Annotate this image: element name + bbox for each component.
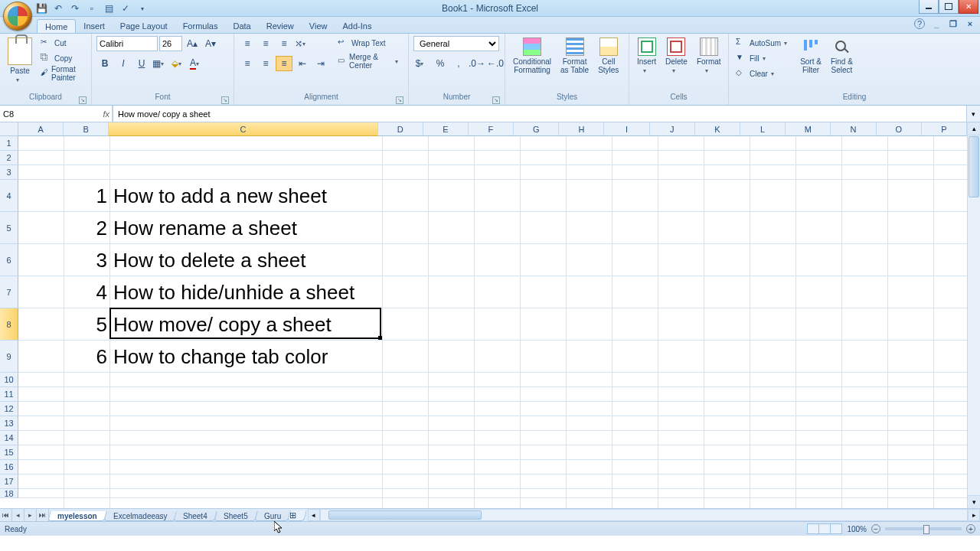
row-header-3[interactable]: 3 [0,165,18,180]
col-header-G[interactable]: G [514,122,559,136]
row-header-2[interactable]: 2 [0,151,18,165]
redo-icon[interactable]: ↷ [69,2,81,15]
insert-cells-button[interactable]: Insert▾ [634,36,659,76]
hscroll-right-icon[interactable]: ▸ [968,509,980,521]
col-header-O[interactable]: O [877,122,922,136]
sheet-nav-first-icon[interactable]: ⏮ [0,509,12,521]
expand-formula-bar-icon[interactable]: ▾ [966,106,980,122]
currency-icon[interactable]: $▾ [413,56,430,71]
sheet-tab-excelmadeeasy[interactable]: Excelmadeeasy [103,511,177,521]
fill-button[interactable]: ▼Fill▾ [733,51,794,65]
col-header-C[interactable]: C [109,122,377,136]
sheet-nav-next-icon[interactable]: ▸ [24,509,37,521]
row-header-7[interactable]: 7 [0,276,18,308]
sheet-tab-guru[interactable]: Guru [254,511,291,521]
vertical-scrollbar[interactable]: ▴ ▾ [967,122,980,508]
col-header-N[interactable]: N [831,122,876,136]
row-header-6[interactable]: 6 [0,244,18,276]
decrease-indent-icon[interactable]: ⇤ [294,56,311,71]
workbook-minimize-icon[interactable]: _ [931,18,942,29]
col-header-E[interactable]: E [423,122,469,136]
row-header-12[interactable]: 12 [0,402,18,416]
hscroll-thumb[interactable] [328,510,482,520]
align-center-icon[interactable]: ≡ [257,56,274,71]
cell-C5[interactable]: How rename a sheet [110,212,646,244]
worksheet-grid[interactable]: 123456789101112131415161718 ABCDEFGHIJKL… [0,122,980,508]
sheet-nav-prev-icon[interactable]: ◂ [12,509,24,521]
orientation-icon[interactable]: ⤭▾ [294,36,311,51]
open-icon[interactable]: ▤ [103,2,115,15]
row-header-10[interactable]: 10 [0,373,18,387]
new-icon[interactable]: ▫ [86,2,98,15]
row-header-16[interactable]: 16 [0,460,18,474]
col-header-I[interactable]: I [604,122,649,136]
bold-button[interactable]: B [96,56,113,71]
font-color-button[interactable]: A▾ [188,56,205,71]
hscroll-left-icon[interactable]: ◂ [308,509,320,521]
sheet-tab-sheet4[interactable]: Sheet4 [174,511,217,521]
format-as-table-button[interactable]: Format as Table [557,36,592,76]
zoom-slider[interactable] [885,527,962,530]
underline-button[interactable]: U [133,56,150,71]
ribbon-tab-view[interactable]: View [302,19,335,33]
row-header-13[interactable]: 13 [0,416,18,431]
print-preview-icon[interactable]: ✓ [119,2,132,15]
ribbon-tab-formulas[interactable]: Formulas [175,19,226,33]
col-header-M[interactable]: M [786,122,831,136]
align-middle-icon[interactable]: ≡ [257,36,274,51]
grow-font-icon[interactable]: A▴ [184,36,201,51]
font-name-input[interactable] [96,36,158,51]
cell-C6[interactable]: How to delete a sheet [110,244,646,276]
dialog-launcher-icon[interactable]: ↘ [492,96,500,104]
workbook-close-icon[interactable]: × [965,18,975,29]
formula-bar[interactable]: How move/ copy a sheet [113,106,966,122]
increase-indent-icon[interactable]: ⇥ [312,56,329,71]
undo-icon[interactable]: ↶ [52,2,64,15]
col-header-A[interactable]: A [18,122,64,136]
comma-icon[interactable]: , [450,56,467,71]
sheet-tab-sheet5[interactable]: Sheet5 [214,511,257,521]
cell-B6[interactable]: 3 [64,244,110,276]
border-button[interactable]: ▦▾ [152,56,168,71]
align-left-icon[interactable]: ≡ [239,56,256,71]
name-box[interactable]: ▾ [0,106,70,122]
cell-B5[interactable]: 2 [64,212,110,244]
select-all-corner[interactable] [0,122,18,136]
save-icon[interactable]: 💾 [35,2,47,15]
decrease-decimal-icon[interactable]: ←.0 [487,56,504,71]
fx-button[interactable]: fx [70,106,113,122]
row-header-11[interactable]: 11 [0,387,18,402]
percent-icon[interactable]: % [432,56,449,71]
row-header-14[interactable]: 14 [0,431,18,445]
row-header-8[interactable]: 8 [0,308,18,341]
col-header-H[interactable]: H [559,122,604,136]
row-header-9[interactable]: 9 [0,341,18,373]
workbook-restore-icon[interactable]: ❐ [948,18,959,29]
cell-C4[interactable]: How to add a new sheet [110,180,646,212]
maximize-button[interactable] [939,0,959,14]
cell-C9[interactable]: How to change tab color [110,341,646,373]
ribbon-tab-page-layout[interactable]: Page Layout [113,19,175,33]
scroll-down-icon[interactable]: ▾ [968,495,980,508]
sheet-tab-myelesson[interactable]: myelesson [47,511,106,521]
col-header-B[interactable]: B [64,122,109,136]
col-header-K[interactable]: K [695,122,740,136]
ribbon-tab-insert[interactable]: Insert [76,19,113,33]
autosum-button[interactable]: ΣAutoSum▾ [733,36,794,50]
cell-B9[interactable]: 6 [64,341,110,373]
wrap-text-button[interactable]: ↩Wrap Text [335,36,403,50]
row-header-5[interactable]: 5 [0,212,18,244]
row-header-17[interactable]: 17 [0,474,18,489]
sort-filter-button[interactable]: Sort & Filter [797,36,825,76]
increase-decimal-icon[interactable]: .0→ [469,56,485,71]
row-header-1[interactable]: 1 [0,136,18,151]
close-button[interactable]: ✕ [959,0,978,14]
minimize-button[interactable] [919,0,939,14]
format-painter-button[interactable]: 🖌Format Painter [38,67,87,80]
sheet-nav-last-icon[interactable]: ⏭ [37,509,49,521]
number-format-select[interactable]: General [413,36,499,51]
row-header-18[interactable]: 18 [0,489,18,498]
cells-area[interactable]: 1How to add a new sheet2How rename a she… [18,136,967,508]
row-header-15[interactable]: 15 [0,445,18,460]
conditional-formatting-button[interactable]: Conditional Formatting [510,36,554,76]
